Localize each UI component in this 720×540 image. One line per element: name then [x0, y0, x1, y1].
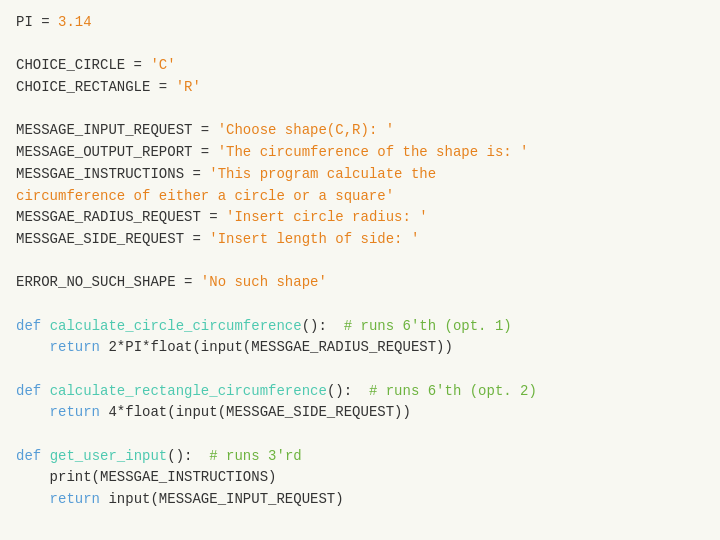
code-line: MESSAGE_INPUT_REQUEST = 'Choose shape(C,… — [16, 120, 704, 142]
code-line: def get_user_input(): # runs 3'rd — [16, 446, 704, 468]
code-editor: PI = 3.14 CHOICE_CIRCLE = 'C' CHOICE_REC… — [0, 0, 720, 540]
code-line: print(MESSGAE_INSTRUCTIONS) — [16, 467, 704, 489]
code-line: ERROR_NO_SUCH_SHAPE = 'No such shape' — [16, 272, 704, 294]
code-line: circumference of either a circle or a sq… — [16, 186, 704, 208]
blank-line — [16, 34, 704, 56]
code-line: def calculate_rectangle_circumference():… — [16, 381, 704, 403]
code-line: MESSGAE_RADIUS_REQUEST = 'Insert circle … — [16, 207, 704, 229]
code-line: return input(MESSAGE_INPUT_REQUEST) — [16, 489, 704, 511]
blank-line — [16, 251, 704, 273]
blank-line — [16, 294, 704, 316]
code-line: return 2*PI*float(input(MESSGAE_RADIUS_R… — [16, 337, 704, 359]
code-line: def calculate_circle_circumference(): # … — [16, 316, 704, 338]
code-line: CHOICE_RECTANGLE = 'R' — [16, 77, 704, 99]
code-line: PI = 3.14 — [16, 12, 704, 34]
blank-line — [16, 424, 704, 446]
code-line: MESSAGE_OUTPUT_REPORT = 'The circumferen… — [16, 142, 704, 164]
blank-line — [16, 99, 704, 121]
code-line: return 4*float(input(MESSGAE_SIDE_REQUES… — [16, 402, 704, 424]
blank-line — [16, 359, 704, 381]
code-line: MESSGAE_INSTRUCTIONS = 'This program cal… — [16, 164, 704, 186]
code-line: MESSGAE_SIDE_REQUEST = 'Insert length of… — [16, 229, 704, 251]
code-line: CHOICE_CIRCLE = 'C' — [16, 55, 704, 77]
